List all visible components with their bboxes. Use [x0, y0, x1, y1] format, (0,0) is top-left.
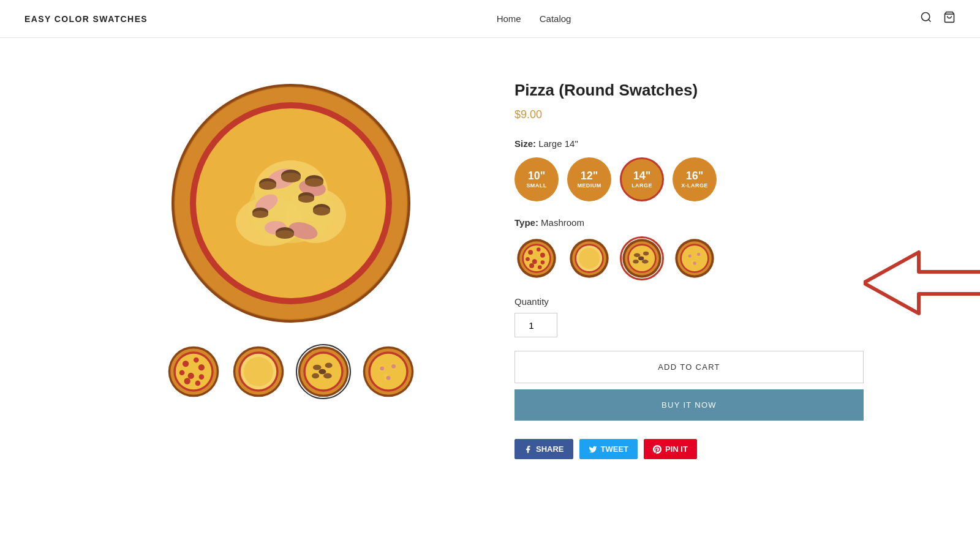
svg-point-102: [693, 261, 696, 264]
main-nav: Home Catalog: [497, 13, 571, 24]
svg-point-17: [281, 173, 301, 182]
svg-point-39: [188, 373, 194, 379]
main-content: Pizza (Round Swatches) $9.00 Size: Large…: [92, 38, 888, 496]
svg-point-100: [688, 254, 691, 257]
search-icon[interactable]: [920, 11, 932, 26]
main-pizza-svg: [168, 81, 413, 326]
svg-point-55: [323, 373, 332, 379]
type-swatch-hawaiian[interactable]: [673, 236, 717, 280]
type-swatch-pepperoni[interactable]: [514, 236, 559, 280]
svg-point-52: [313, 365, 322, 370]
svg-point-53: [325, 362, 333, 368]
svg-marker-103: [864, 252, 980, 313]
svg-point-29: [298, 195, 314, 203]
svg-point-72: [537, 247, 541, 252]
share-twitter[interactable]: TWEET: [579, 439, 638, 459]
svg-point-92: [638, 257, 644, 261]
svg-point-35: [183, 361, 189, 367]
share-buttons: SHARE TWEET PIN IT: [514, 439, 864, 459]
svg-point-90: [633, 260, 638, 264]
svg-point-54: [312, 373, 319, 379]
type-selected-value: Mashroom: [541, 217, 584, 228]
svg-line-1: [929, 20, 931, 22]
share-pinterest[interactable]: PIN IT: [644, 439, 697, 459]
cart-icon[interactable]: [943, 11, 956, 26]
thumbnail-strip: [166, 344, 416, 399]
svg-point-19: [259, 181, 276, 190]
svg-point-78: [538, 265, 542, 269]
svg-point-36: [194, 358, 199, 363]
product-info: Pizza (Round Swatches) $9.00 Size: Large…: [514, 75, 864, 459]
svg-point-74: [526, 257, 530, 261]
product-title: Pizza (Round Swatches): [514, 81, 864, 100]
quantity-input[interactable]: [514, 313, 557, 337]
size-swatch-10[interactable]: 10" SMALL: [514, 157, 559, 201]
svg-point-89: [643, 252, 649, 256]
quantity-label: Quantity: [514, 296, 864, 307]
thumb-hawaiian[interactable]: [361, 344, 416, 399]
quantity-wrapper: [514, 313, 864, 337]
size-swatch-14[interactable]: 14" LARGE: [620, 157, 664, 201]
svg-point-75: [532, 259, 537, 264]
svg-point-77: [529, 263, 534, 268]
svg-point-37: [198, 364, 205, 370]
product-price: $9.00: [514, 108, 864, 121]
product-gallery: [116, 75, 466, 459]
svg-point-23: [252, 211, 268, 218]
buy-it-now-button[interactable]: BUY IT NOW: [514, 389, 864, 421]
svg-point-27: [276, 230, 294, 239]
svg-point-64: [380, 366, 384, 370]
thumb-pepperoni[interactable]: [166, 344, 221, 399]
site-logo: EASY COLOR SWATCHES: [24, 14, 148, 24]
add-to-cart-button[interactable]: ADD TO CART: [514, 351, 864, 383]
svg-point-0: [921, 13, 929, 21]
type-swatch-mushroom[interactable]: [620, 236, 664, 280]
type-option-label: Type: Mashroom: [514, 217, 864, 228]
nav-home[interactable]: Home: [497, 13, 521, 24]
share-facebook[interactable]: SHARE: [514, 439, 573, 459]
svg-point-21: [305, 178, 323, 187]
svg-point-73: [540, 253, 545, 258]
header: EASY COLOR SWATCHES Home Catalog: [0, 0, 980, 38]
size-swatches: 10" SMALL 12" MEDIUM 14" LARGE 16" X-LAR…: [514, 157, 864, 201]
svg-point-91: [642, 260, 649, 264]
svg-point-40: [199, 374, 205, 380]
type-swatch-cheese[interactable]: [567, 236, 611, 280]
size-selected-value: Large 14": [538, 138, 578, 149]
svg-point-83: [579, 248, 600, 269]
thumb-cheese[interactable]: [231, 344, 286, 399]
type-swatches: [514, 236, 864, 280]
svg-point-56: [318, 369, 326, 375]
size-swatch-12[interactable]: 12" MEDIUM: [567, 157, 611, 201]
svg-point-42: [195, 381, 201, 386]
svg-point-88: [634, 253, 641, 257]
thumb-mushroom[interactable]: [296, 344, 351, 399]
nav-catalog[interactable]: Catalog: [540, 13, 571, 24]
svg-point-25: [313, 207, 330, 216]
size-option-label: Size: Large 14": [514, 138, 864, 149]
arrow-annotation: [864, 246, 980, 322]
svg-point-101: [697, 253, 700, 256]
svg-point-60: [371, 354, 406, 389]
svg-point-41: [184, 378, 190, 384]
svg-point-66: [386, 376, 391, 380]
svg-point-96: [682, 246, 707, 271]
svg-point-38: [179, 370, 185, 375]
header-icons: [920, 11, 956, 26]
svg-point-76: [541, 260, 545, 264]
size-swatch-16[interactable]: 16" X-LARGE: [673, 157, 717, 201]
main-product-image: [162, 75, 420, 332]
svg-point-47: [244, 357, 273, 386]
svg-point-71: [528, 250, 533, 255]
svg-point-65: [391, 364, 396, 369]
